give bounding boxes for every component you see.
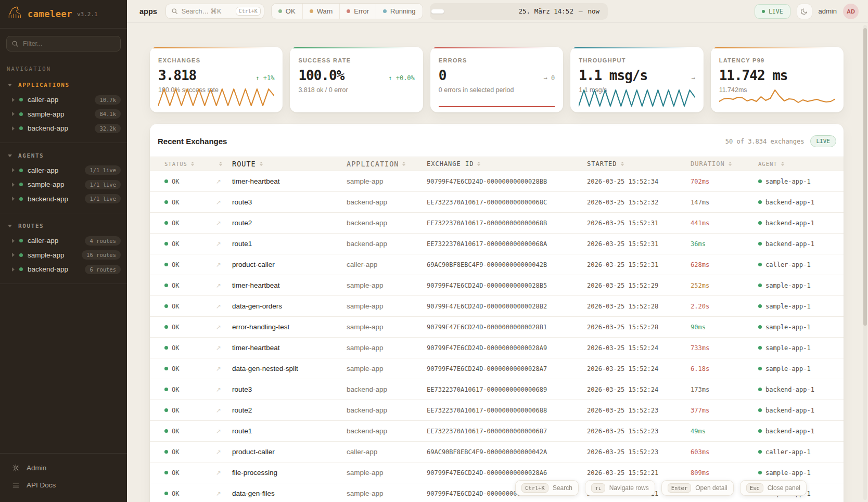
column-header-agent[interactable]: AGENT xyxy=(754,161,844,167)
stat-card-accent-bar xyxy=(570,47,703,48)
column-header-route[interactable]: ROUTE xyxy=(228,160,342,168)
theme-toggle-button[interactable] xyxy=(797,4,812,19)
status-dot-icon xyxy=(310,9,313,13)
stat-value: 0 xyxy=(439,68,446,83)
shortcut-label: Search xyxy=(553,484,572,492)
row-application: backend-app xyxy=(342,427,423,435)
status-filter-button[interactable]: Error xyxy=(339,4,376,19)
time-range-button[interactable] xyxy=(458,9,471,14)
table-row[interactable]: OK ↗ product-caller caller-app 69AC90BF8… xyxy=(150,442,844,462)
sidebar-footer-item[interactable]: API Docs xyxy=(0,477,127,494)
sidebar-item[interactable]: caller-app 4 routes xyxy=(0,234,127,248)
status-filter-button[interactable]: OK xyxy=(272,4,302,19)
ok-status-dot-icon xyxy=(164,429,168,433)
sidebar-item-label: backend-app xyxy=(28,195,80,203)
sidebar-item[interactable]: sample-app 1/1 live xyxy=(0,177,127,192)
sidebar-footer: Admin API Docs xyxy=(0,453,127,502)
row-open-link[interactable]: ↗ xyxy=(209,365,228,372)
row-started: 2026-03-25 15:52:31 xyxy=(583,240,686,248)
time-range-button[interactable] xyxy=(486,9,498,14)
column-header-duration[interactable]: DURATION xyxy=(686,160,754,168)
row-open-link[interactable]: ↗ xyxy=(209,469,228,477)
sidebar-section-header[interactable]: AGENTS xyxy=(0,148,127,163)
time-range-button[interactable] xyxy=(431,9,444,14)
sidebar-item[interactable]: backend-app 1/1 live xyxy=(0,192,127,207)
agent-status-dot-icon xyxy=(758,242,762,246)
table-row[interactable]: OK ↗ route3 backend-app EE7322370A10617-… xyxy=(150,192,844,213)
sidebar-item[interactable]: backend-app 32.2k xyxy=(0,121,127,136)
time-range-button[interactable] xyxy=(499,9,512,14)
table-row[interactable]: OK ↗ route2 backend-app EE7322370A10617-… xyxy=(150,400,844,421)
external-link-icon: ↗ xyxy=(216,282,221,289)
row-open-link[interactable]: ↗ xyxy=(209,199,228,206)
table-row[interactable]: OK ↗ product-caller caller-app 69AC90BF8… xyxy=(150,254,844,275)
row-agent: sample-app-1 xyxy=(754,178,844,185)
date-range-display[interactable]: 25. März 14:52 — now xyxy=(512,7,606,15)
row-open-link[interactable]: ↗ xyxy=(209,428,228,435)
row-open-link[interactable]: ↗ xyxy=(209,282,228,289)
sidebar-section-header[interactable]: APPLICATIONS xyxy=(0,77,127,93)
row-application: caller-app xyxy=(342,261,423,268)
table-row[interactable]: OK ↗ route2 backend-app EE7322370A10617-… xyxy=(150,213,844,234)
sidebar-item[interactable]: sample-app 16 routes xyxy=(0,248,127,263)
row-application: caller-app xyxy=(342,448,423,456)
row-open-link[interactable]: ↗ xyxy=(209,407,228,414)
table-row[interactable]: OK ↗ route1 backend-app EE7322370A10617-… xyxy=(150,421,844,442)
row-open-link[interactable]: ↗ xyxy=(209,386,228,393)
stat-card-accent-bar xyxy=(150,47,283,48)
sidebar-item[interactable]: sample-app 84.1k xyxy=(0,107,127,122)
row-started: 2026-03-25 15:52:31 xyxy=(583,220,686,227)
table-row[interactable]: OK ↗ route3 backend-app EE7322370A10617-… xyxy=(150,379,844,400)
table-row[interactable]: OK ↗ timer-heartbeat sample-app 90799F47… xyxy=(150,171,844,192)
table-body: OK ↗ timer-heartbeat sample-app 90799F47… xyxy=(150,171,844,502)
sidebar-section-header[interactable]: ROUTES xyxy=(0,218,127,234)
row-agent: sample-app-1 xyxy=(754,303,844,310)
column-header-exchange-id[interactable]: EXCHANGE ID xyxy=(423,160,583,168)
table-row[interactable]: OK ↗ timer-heartbeat sample-app 90799F47… xyxy=(150,338,844,358)
row-open-link[interactable]: ↗ xyxy=(209,448,228,456)
status-filter-button[interactable]: Running xyxy=(376,4,422,19)
row-open-link[interactable]: ↗ xyxy=(209,240,228,248)
row-route: data-gen-files xyxy=(228,490,342,497)
global-search-input[interactable]: Search… ⌘K Ctrl+K xyxy=(165,4,264,19)
row-open-link[interactable]: ↗ xyxy=(209,324,228,331)
vertical-scrollbar[interactable] xyxy=(863,25,867,500)
row-open-link[interactable]: ↗ xyxy=(209,220,228,227)
external-link-icon: ↗ xyxy=(216,324,221,331)
avatar[interactable]: AD xyxy=(843,4,859,19)
row-open-link[interactable]: ↗ xyxy=(209,490,228,497)
column-header-application[interactable]: APPLICATION xyxy=(342,160,423,168)
stat-delta: ↑ +1% xyxy=(256,74,274,82)
filter-input[interactable] xyxy=(6,36,121,52)
agent-status-dot-icon xyxy=(758,408,762,412)
camel-logo-icon xyxy=(7,6,23,22)
column-header-started[interactable]: STARTED xyxy=(583,160,686,168)
table-row[interactable]: OK ↗ route1 backend-app EE7322370A10617-… xyxy=(150,234,844,254)
row-open-link[interactable]: ↗ xyxy=(209,178,228,185)
column-header-link[interactable] xyxy=(209,162,228,166)
row-open-link[interactable]: ↗ xyxy=(209,344,228,352)
stat-value: 1.1 msg/s xyxy=(579,68,647,83)
table-row[interactable]: OK ↗ error-handling-test sample-app 9079… xyxy=(150,317,844,338)
row-started: 2026-03-25 15:52:24 xyxy=(583,365,686,372)
status-filter-button[interactable]: Warn xyxy=(302,4,340,19)
status-dot-icon xyxy=(278,9,282,13)
live-toggle[interactable]: LIVE xyxy=(755,4,790,19)
stat-card-accent-bar xyxy=(711,47,844,48)
row-started: 2026-03-25 15:52:21 xyxy=(583,469,686,477)
table-row[interactable]: OK ↗ data-gen-orders sample-app 90799F47… xyxy=(150,296,844,317)
row-open-link[interactable]: ↗ xyxy=(209,261,228,268)
scrollbar-thumb[interactable] xyxy=(863,28,867,326)
row-open-link[interactable]: ↗ xyxy=(209,303,228,310)
sidebar-footer-item[interactable]: Admin xyxy=(0,459,127,477)
time-range-button[interactable] xyxy=(445,9,457,14)
sidebar-sections: APPLICATIONS caller-app 10.7k sample-app… xyxy=(0,77,127,289)
table-row[interactable]: OK ↗ data-gen-nested-split sample-app 90… xyxy=(150,358,844,379)
sidebar-item[interactable]: caller-app 1/1 live xyxy=(0,163,127,178)
app-logo[interactable]: cameleer v3.2.1 xyxy=(0,0,127,29)
table-row[interactable]: OK ↗ timer-heartbeat sample-app 90799F47… xyxy=(150,275,844,296)
time-range-button[interactable] xyxy=(472,9,484,14)
column-header-status[interactable]: STATUS xyxy=(150,161,209,167)
sidebar-item[interactable]: backend-app 6 routes xyxy=(0,262,127,277)
sidebar-item[interactable]: caller-app 10.7k xyxy=(0,93,127,107)
